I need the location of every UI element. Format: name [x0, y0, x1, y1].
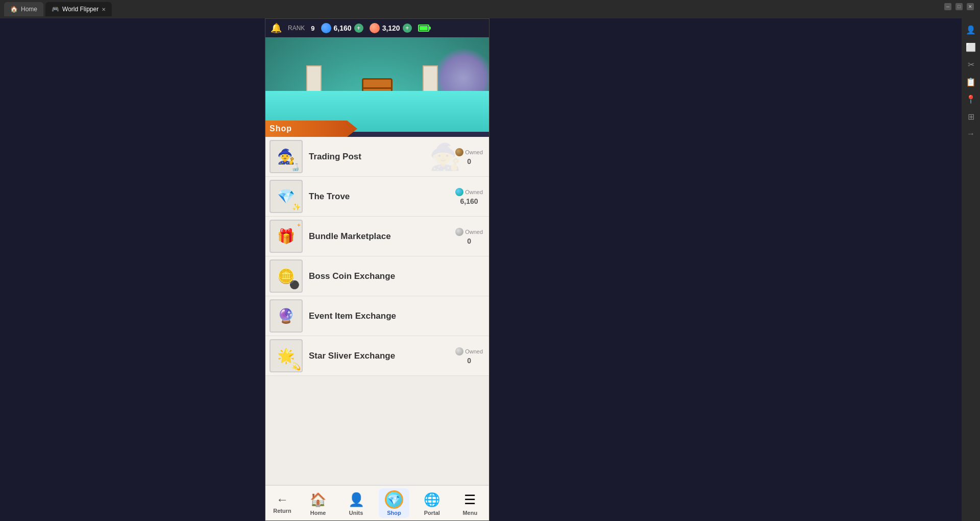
world-flipper-tab-icon: 🎮 — [52, 6, 59, 13]
tab-home[interactable]: 🏠 Home — [4, 2, 43, 16]
trading-post-owned-count: 0 — [467, 157, 471, 165]
boss-coin-exchange-name: Boss Coin Exchange — [309, 271, 485, 281]
nav-shop[interactable]: 💎 Shop — [379, 488, 409, 518]
shop-nav-icon-container: 💎 — [385, 490, 403, 509]
game-map — [265, 37, 489, 132]
nav-menu[interactable]: ☰ Menu — [455, 488, 485, 518]
gem-value: 6,160 — [334, 24, 352, 32]
trading-post-owned-label: Owned — [465, 149, 483, 155]
home-tab-icon: 🏠 — [10, 6, 18, 13]
boss-coin-exchange-icon: 🪙 ⚫ — [270, 259, 303, 293]
the-trove-owned-label: Owned — [465, 189, 483, 195]
sidebar-square-icon[interactable]: ⬜ — [964, 40, 978, 54]
tab-world-flipper[interactable]: 🎮 World Flipper ✕ — [45, 2, 112, 16]
shop-list: 🧙 🍶 Trading Post 🧙 Owned 0 💎 ✨ The Trove — [265, 137, 489, 485]
game-window: 🔔 RANK 9 6,160 + 3,120 + Shop — [265, 18, 489, 521]
shop-item-star-sliver-exchange[interactable]: 🌟 💫 Star Sliver Exchange Owned 0 — [265, 336, 489, 376]
the-trove-owned-badge: Owned 6,160 — [455, 188, 483, 205]
event-item-exchange-icon: 🔮 — [270, 299, 303, 333]
shop-item-the-trove[interactable]: 💎 ✨ The Trove Owned 6,160 — [265, 177, 489, 217]
bottom-nav: ← Return 🏠 Home 👤 Units 💎 Shop 🌐 Portal … — [265, 485, 489, 520]
nav-units[interactable]: 👤 Units — [341, 488, 372, 518]
units-nav-icon: 👤 — [347, 490, 365, 509]
the-trove-icon: 💎 ✨ — [270, 180, 303, 213]
bundle-marketplace-owned-icon — [455, 228, 463, 236]
map-background — [265, 37, 489, 132]
rank-label: RANK — [288, 25, 305, 32]
shop-banner: Shop — [265, 121, 357, 137]
shop-item-boss-coin-exchange[interactable]: 🪙 ⚫ Boss Coin Exchange — [265, 256, 489, 296]
bundle-marketplace-owned-count: 0 — [467, 237, 471, 245]
home-tab-label: Home — [21, 6, 37, 13]
minimize-button[interactable]: ─ — [944, 3, 951, 10]
trading-post-owned-icon — [455, 148, 463, 156]
the-trove-owned-icon — [455, 188, 463, 196]
pearl-icon — [370, 23, 380, 33]
add-pearls-button[interactable]: + — [403, 23, 412, 33]
sidebar-person-icon[interactable]: 👤 — [964, 22, 978, 37]
battery-icon — [418, 25, 429, 32]
menu-nav-label: Menu — [462, 510, 477, 516]
return-arrow-icon: ← — [276, 492, 288, 507]
add-gems-button[interactable]: + — [354, 23, 363, 33]
trading-post-owned-badge: Owned 0 — [455, 148, 483, 165]
sidebar-grid-icon[interactable]: ⊞ — [964, 109, 978, 124]
tab-close-button[interactable]: ✕ — [102, 7, 106, 12]
right-sidebar: 👤 ⬜ ✂ 📋 📍 ⊞ → — [962, 18, 980, 521]
return-label: Return — [273, 508, 291, 514]
gem-icon — [321, 23, 331, 33]
home-nav-label: Home — [310, 510, 326, 516]
bundle-marketplace-owned-label: Owned — [465, 229, 483, 235]
sidebar-pin-icon[interactable]: 📍 — [964, 92, 978, 106]
close-button[interactable]: ✕ — [967, 3, 974, 10]
event-item-exchange-name: Event Item Exchange — [309, 311, 485, 321]
star-sliver-owned-count: 0 — [467, 357, 471, 365]
sidebar-scissors-icon[interactable]: ✂ — [964, 57, 978, 72]
battery-fill — [420, 26, 428, 30]
nav-return[interactable]: ← Return — [269, 490, 295, 516]
notification-icon[interactable]: 🔔 — [271, 22, 282, 34]
browser-chrome: 🏠 Home 🎮 World Flipper ✕ ─ □ ✕ — [0, 0, 980, 18]
shop-title: Shop — [270, 124, 292, 133]
star-sliver-owned-label: Owned — [465, 348, 483, 354]
shop-item-event-item-exchange[interactable]: 🔮 Event Item Exchange — [265, 296, 489, 336]
rank-value: 9 — [311, 25, 314, 32]
portal-nav-label: Portal — [424, 510, 440, 516]
world-flipper-tab-label: World Flipper — [62, 6, 99, 13]
restore-button[interactable]: □ — [955, 3, 963, 10]
star-sliver-exchange-icon: 🌟 💫 — [270, 339, 303, 372]
nav-home[interactable]: 🏠 Home — [303, 488, 333, 518]
bundle-marketplace-owned-badge: Owned 0 — [455, 228, 483, 245]
sidebar-arrow-icon[interactable]: → — [964, 127, 978, 141]
shop-item-bundle-marketplace[interactable]: 🎁 + Bundle Marketplace Owned 0 — [265, 217, 489, 256]
bundle-marketplace-icon: 🎁 + — [270, 220, 303, 253]
the-trove-owned-count: 6,160 — [460, 197, 478, 205]
sidebar-clipboard-icon[interactable]: 📋 — [964, 75, 978, 89]
pearl-currency: 3,120 + — [370, 23, 412, 33]
nav-portal[interactable]: 🌐 Portal — [416, 488, 447, 518]
shop-nav-gem-icon: 💎 — [385, 490, 403, 509]
star-sliver-owned-icon — [455, 347, 463, 356]
window-controls: ─ □ ✕ — [944, 3, 974, 10]
status-bar: 🔔 RANK 9 6,160 + 3,120 + — [265, 19, 489, 37]
shop-nav-label: Shop — [387, 510, 401, 516]
home-nav-icon: 🏠 — [309, 490, 327, 509]
star-sliver-owned-badge: Owned 0 — [455, 347, 483, 365]
portal-nav-icon: 🌐 — [423, 490, 441, 509]
shop-item-trading-post[interactable]: 🧙 🍶 Trading Post 🧙 Owned 0 — [265, 137, 489, 177]
units-nav-label: Units — [349, 510, 363, 516]
pearl-value: 3,120 — [382, 24, 400, 32]
trading-post-icon: 🧙 🍶 — [270, 140, 303, 173]
menu-nav-icon: ☰ — [461, 490, 479, 509]
gem-currency: 6,160 + — [321, 23, 363, 33]
